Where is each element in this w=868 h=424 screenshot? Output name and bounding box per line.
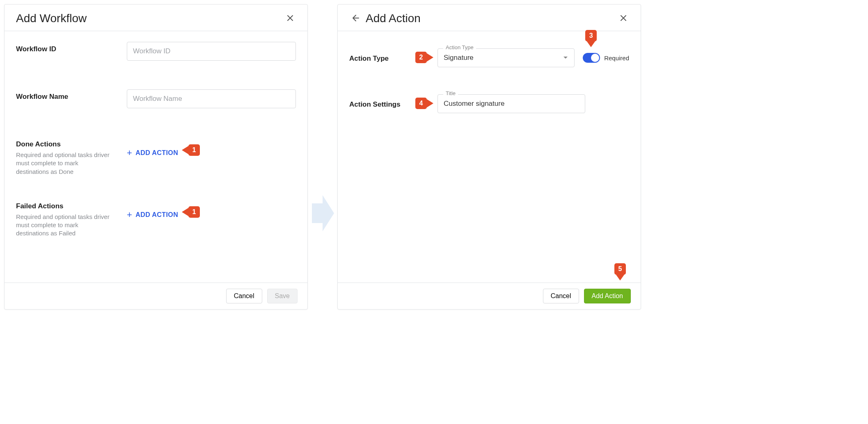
flow-arrow <box>308 4 337 310</box>
annotation-1a: 1 <box>182 144 200 156</box>
plus-icon: + <box>127 148 132 157</box>
arrow-right-icon <box>310 194 335 235</box>
annotation-badge: 1 <box>188 144 200 156</box>
arrow-left-icon <box>350 14 360 24</box>
arrow-left-icon <box>182 208 188 216</box>
title-field-wrap: Title <box>437 94 585 113</box>
close-icon <box>620 14 627 23</box>
annotation-3: 3 <box>585 30 597 47</box>
close-button[interactable] <box>618 13 629 24</box>
title-input[interactable] <box>437 94 585 113</box>
cancel-button[interactable]: Cancel <box>543 289 579 303</box>
add-action-label: ADD ACTION <box>135 149 178 157</box>
title-field-label: Title <box>443 90 458 96</box>
add-failed-action-button[interactable]: + ADD ACTION <box>127 208 178 222</box>
workflow-id-label: Workflow ID <box>16 45 127 53</box>
toggle-knob <box>591 54 599 62</box>
control-col: 2 Action Type Signature 3 <box>437 48 629 67</box>
annotation-1b: 1 <box>182 206 200 218</box>
panel-footer: 5 Cancel Add Action <box>338 283 641 309</box>
annotation-badge: 1 <box>188 206 200 218</box>
workflow-name-label: Workflow Name <box>16 93 127 101</box>
add-action-label: ADD ACTION <box>135 211 178 219</box>
failed-actions-row: Failed Actions Required and optional tas… <box>16 199 296 238</box>
close-button[interactable] <box>284 13 296 24</box>
panel-header: Add Workflow <box>5 5 307 31</box>
done-actions-help: Required and optional tasks driver must … <box>16 151 110 176</box>
two-panel-stage: Add Workflow Workflow ID Workflow Name <box>4 4 864 310</box>
panel-body: Workflow ID Workflow Name Done Actions R… <box>5 31 307 283</box>
add-workflow-panel: Add Workflow Workflow ID Workflow Name <box>4 4 308 310</box>
action-type-field-label: Action Type <box>443 44 476 50</box>
action-type-row: Action Type 2 Action Type Signature <box>349 48 629 67</box>
action-type-select[interactable]: Signature <box>437 48 575 67</box>
required-toggle[interactable] <box>583 53 600 63</box>
save-button[interactable]: Save <box>267 289 298 303</box>
plus-icon: + <box>127 210 132 219</box>
label-col: Failed Actions Required and optional tas… <box>16 199 127 238</box>
workflow-id-input[interactable] <box>127 42 296 61</box>
panel-title: Add Action <box>366 12 618 25</box>
panel-title: Add Workflow <box>16 12 284 25</box>
workflow-id-row: Workflow ID <box>16 42 296 61</box>
arrow-down-icon <box>587 41 595 47</box>
add-action-panel: Add Action Action Type 2 Action Type <box>337 4 641 310</box>
label-col: Workflow ID <box>16 42 127 53</box>
close-icon <box>286 14 294 23</box>
done-actions-row: Done Actions Required and optional tasks… <box>16 137 296 176</box>
control-col: 4 Title <box>437 94 629 113</box>
done-actions-label: Done Actions <box>16 140 127 148</box>
panel-body: Action Type 2 Action Type Signature <box>338 31 641 283</box>
action-type-label: Action Type <box>349 53 437 63</box>
required-toggle-label: Required <box>604 55 629 62</box>
cancel-button[interactable]: Cancel <box>226 289 262 303</box>
failed-actions-label: Failed Actions <box>16 202 127 210</box>
action-type-select-wrap: Action Type Signature <box>437 48 575 67</box>
control-col: + ADD ACTION 1 <box>127 137 296 160</box>
action-settings-label: Action Settings <box>349 99 437 109</box>
workflow-name-input[interactable] <box>127 89 296 108</box>
control-col <box>127 42 296 61</box>
panel-header: Add Action <box>338 5 641 31</box>
failed-actions-help: Required and optional tasks driver must … <box>16 213 110 238</box>
control-col <box>127 89 296 108</box>
panel-footer: Cancel Save <box>5 283 307 309</box>
control-col: + ADD ACTION 1 <box>127 199 296 222</box>
required-toggle-wrap: 3 Required <box>583 53 629 63</box>
label-col: Workflow Name <box>16 89 127 101</box>
back-button[interactable] <box>349 13 361 24</box>
label-col: Done Actions Required and optional tasks… <box>16 137 127 176</box>
add-action-button[interactable]: Add Action <box>584 289 631 303</box>
action-settings-row: Action Settings 4 Title <box>349 94 629 113</box>
add-done-action-button[interactable]: + ADD ACTION <box>127 146 178 160</box>
workflow-name-row: Workflow Name <box>16 89 296 108</box>
arrow-left-icon <box>182 146 188 154</box>
annotation-badge: 3 <box>585 30 597 41</box>
